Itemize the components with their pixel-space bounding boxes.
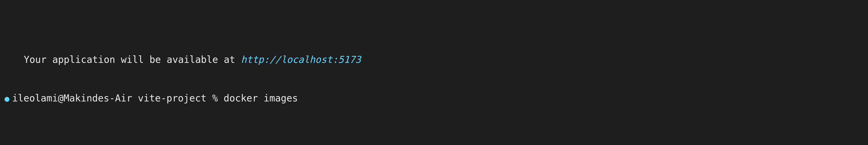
docker-images-output: REPOSITORYTAGIMAGE IDCREATEDSIZE web3-da… xyxy=(4,130,864,145)
prompt-at: @ xyxy=(58,93,64,104)
previous-output-text: Your application will be available at xyxy=(24,54,241,65)
prompt-bullet-icon: ● xyxy=(4,93,9,104)
previous-output-line: Your application will be available at ht… xyxy=(4,53,864,66)
command-input[interactable]: docker images xyxy=(223,93,298,104)
prompt-host: Makindes-Air xyxy=(64,93,132,104)
prompt-line[interactable]: ●ileolami@Makindes-Air vite-project % do… xyxy=(4,92,864,105)
prompt-user: ileolami xyxy=(12,93,58,104)
prompt-path: vite-project xyxy=(138,93,206,104)
localhost-url: http://localhost:5173 xyxy=(241,54,361,65)
prompt-symbol: % xyxy=(212,93,218,104)
